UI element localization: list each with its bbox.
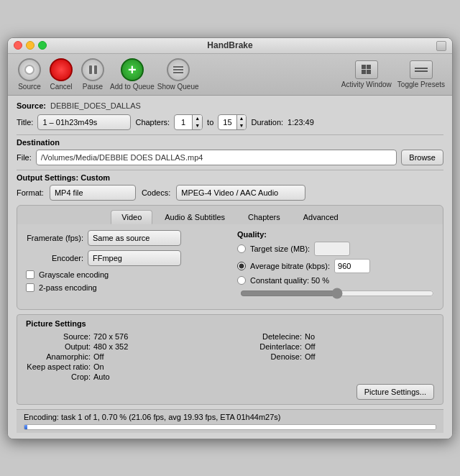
encoder-label: Encoder: [26, 254, 83, 262]
activity-window-icon [355, 60, 378, 79]
output-pic-row: Output: 480 x 352 [26, 342, 223, 351]
add-to-queue-button[interactable]: + Add to Queue [110, 58, 155, 91]
keep-aspect-label: Keep aspect ratio: [26, 362, 91, 371]
grayscale-label: Grayscale encoding [39, 270, 109, 279]
quality-slider[interactable] [240, 288, 434, 299]
keep-aspect-row: Keep aspect ratio: On [26, 362, 223, 371]
constant-quality-radio[interactable] [237, 276, 246, 285]
source-button[interactable]: Source [15, 58, 44, 91]
encoder-select[interactable]: FFmpeg [88, 250, 181, 266]
detelecine-value: No [305, 332, 315, 341]
pause-bar-left [89, 65, 92, 74]
denoise-label: Denoise: [237, 352, 302, 361]
file-path-input[interactable] [36, 150, 397, 165]
toolbar: Source Cancel Pause + Add to Queue [8, 54, 452, 96]
show-queue-button[interactable]: Show Queue [157, 58, 199, 91]
anamorphic-label: Anamorphic: [26, 352, 91, 361]
source-pic-value: 720 x 576 [93, 332, 128, 341]
cancel-label: Cancel [50, 83, 72, 91]
framerate-select-wrapper: Same as source [88, 230, 181, 246]
codecs-select[interactable]: MPEG-4 Video / AAC Audio [176, 185, 305, 201]
avg-bitrate-radio[interactable] [237, 262, 246, 270]
chapters-label: Chapters: [135, 118, 170, 127]
progress-bar-container [24, 424, 436, 430]
status-text: Encoding: task 1 of 1, 0.70 % (21.06 fps… [24, 413, 281, 421]
framerate-label: Framerate (fps): [26, 234, 83, 242]
output-section: Output Settings: Custom Format: MP4 file… [17, 173, 443, 201]
output-pic-label: Output: [26, 342, 91, 351]
target-size-input[interactable] [314, 242, 350, 256]
title-select-wrapper: 1 – 01h23m49s [37, 114, 131, 130]
anamorphic-value: Off [93, 352, 104, 361]
target-size-row: Target size (MB): [237, 242, 434, 256]
chapters-to-up[interactable]: ▲ [237, 115, 247, 122]
grayscale-checkbox[interactable] [26, 270, 34, 279]
anamorphic-row: Anamorphic: Off [26, 352, 223, 361]
source-field-label: Source: [17, 101, 46, 110]
deinterlace-row: Deinterlace: Off [237, 342, 434, 351]
chapters-from-down[interactable]: ▼ [193, 122, 202, 129]
format-select[interactable]: MP4 file [50, 185, 136, 201]
title-row: Title: 1 – 01h23m49s Chapters: 1 ▲ ▼ to … [17, 114, 443, 130]
source-label: Source [18, 83, 41, 91]
avg-bitrate-input[interactable] [334, 259, 370, 273]
title-select[interactable]: 1 – 01h23m49s [37, 114, 131, 130]
video-tab-columns: Framerate (fps): Same as source Encoder: [26, 230, 434, 303]
activity-window-label: Activity Window [341, 81, 392, 88]
traffic-lights [14, 41, 47, 50]
pause-icon [81, 58, 104, 81]
output-header: Output Settings: Custom [17, 173, 443, 182]
chapters-to-down[interactable]: ▼ [237, 122, 247, 129]
duration-label: Duration: [251, 118, 283, 127]
target-size-label: Target size (MB): [250, 244, 310, 253]
destination-header: Destination [17, 138, 443, 147]
tab-chapters[interactable]: Chapters [237, 210, 291, 224]
framerate-select[interactable]: Same as source [88, 230, 181, 246]
progress-bar-fill [24, 425, 27, 429]
file-row: File: Browse [17, 150, 443, 165]
chapters-to-spinner[interactable]: 15 ▲ ▼ [218, 114, 247, 130]
maximize-button[interactable] [38, 41, 47, 50]
constant-quality-label: Constant quality: 50 % [250, 276, 329, 285]
tab-content-video: Framerate (fps): Same as source Encoder: [17, 224, 443, 309]
tab-bar: Video Audio & Subtitles Chapters Advance… [17, 206, 443, 224]
resize-button[interactable] [436, 41, 446, 51]
source-disc-icon [24, 65, 34, 75]
close-button[interactable] [14, 41, 22, 50]
source-pic-label: Source: [26, 332, 91, 341]
encoder-row: Encoder: FFmpeg [26, 250, 223, 266]
twopass-checkbox[interactable] [26, 283, 34, 292]
avg-bitrate-label: Average bitrate (kbps): [250, 262, 330, 270]
minimize-button[interactable] [26, 41, 34, 50]
status-bar: Encoding: task 1 of 1, 0.70 % (21.06 fps… [17, 409, 443, 433]
output-pic-value: 480 x 352 [93, 342, 128, 351]
target-size-radio[interactable] [237, 244, 246, 253]
titlebar: HandBrake [8, 38, 452, 54]
format-select-wrapper: MP4 file [50, 185, 136, 201]
detelecine-row: Detelecine: No [237, 332, 434, 341]
chapters-to-label: to [207, 118, 213, 127]
source-row: Source: DEBBIE_DOES_DALLAS [17, 101, 443, 110]
video-right-col: Quality: Target size (MB): Average bitra… [237, 230, 434, 301]
tab-audio[interactable]: Audio & Subtitles [154, 210, 236, 224]
add-icon: + [121, 58, 144, 81]
toggle-presets-button[interactable]: Toggle Presets [397, 60, 445, 88]
crop-label: Crop: [26, 372, 91, 381]
framerate-row: Framerate (fps): Same as source [26, 230, 223, 246]
tab-advanced[interactable]: Advanced [293, 210, 349, 224]
tab-video[interactable]: Video [111, 210, 152, 224]
avg-bitrate-row: Average bitrate (kbps): [237, 259, 434, 273]
chapters-from-spinner[interactable]: 1 ▲ ▼ [174, 114, 203, 130]
activity-window-button[interactable]: Activity Window [341, 60, 392, 88]
main-content: Source: DEBBIE_DOES_DALLAS Title: 1 – 01… [8, 96, 452, 439]
picture-settings-button[interactable]: Picture Settings... [356, 384, 434, 400]
chapters-from-value: 1 [175, 118, 192, 127]
toggle-presets-label: Toggle Presets [397, 81, 445, 88]
keep-aspect-value: On [93, 362, 104, 371]
format-row: Format: MP4 file Codecs: MPEG-4 Video / … [17, 185, 443, 201]
pause-button[interactable]: Pause [78, 58, 107, 91]
cancel-button[interactable]: Cancel [47, 58, 75, 91]
browse-button[interactable]: Browse [401, 150, 443, 165]
chapters-from-up[interactable]: ▲ [193, 115, 202, 122]
deinterlace-value: Off [305, 342, 315, 351]
